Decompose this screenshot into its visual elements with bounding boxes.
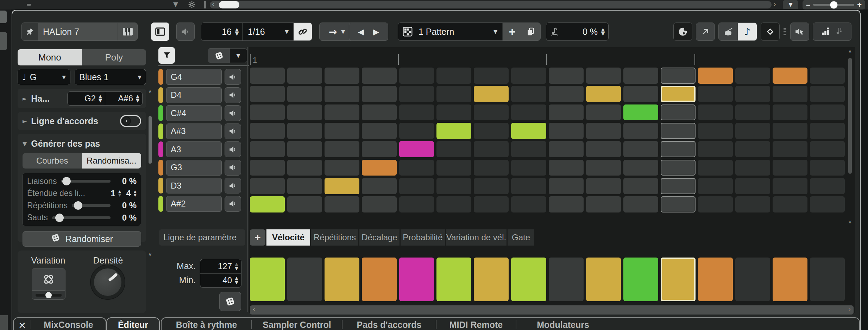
scale-dropdown[interactable]: Blues 1 ▼ xyxy=(75,69,146,85)
step-cell[interactable] xyxy=(623,141,658,157)
step-cell[interactable] xyxy=(623,160,658,176)
density-knob[interactable] xyxy=(91,265,125,299)
step-cell[interactable] xyxy=(474,160,509,176)
lane-tab-5[interactable]: Variation de vél. xyxy=(446,229,507,246)
step-cell[interactable] xyxy=(698,196,733,212)
note-name-field[interactable]: D4 xyxy=(166,87,222,103)
step-cell[interactable] xyxy=(586,68,621,84)
step-cell[interactable] xyxy=(250,123,285,139)
sidebar-scrollbar[interactable]: ʌ v xyxy=(147,89,153,257)
step-cell[interactable] xyxy=(735,196,770,212)
zoom-slider-thumb[interactable] xyxy=(830,1,837,8)
param-slider-thumb[interactable] xyxy=(62,177,71,185)
velocity-bar[interactable] xyxy=(773,258,807,301)
scroll-down-icon[interactable]: v xyxy=(147,251,153,257)
step-cell[interactable] xyxy=(661,123,696,139)
spinner-arrows-icon[interactable]: ▲▼ xyxy=(99,94,102,103)
step-cell[interactable] xyxy=(399,104,434,121)
tab-curves[interactable]: Courbes xyxy=(23,153,82,169)
note-name-field[interactable]: A#3 xyxy=(166,123,222,139)
pattern-prev-next-buttons[interactable]: ◀ ▶ xyxy=(349,23,388,41)
step-cell[interactable] xyxy=(735,123,770,139)
step-cell[interactable] xyxy=(549,104,584,121)
zoom-in-icon[interactable]: + xyxy=(857,1,862,9)
step-cell[interactable] xyxy=(325,68,359,84)
velocity-bar[interactable] xyxy=(549,258,584,301)
key-dropdown[interactable]: ♩ G ▼ xyxy=(18,69,70,85)
velocity-bar[interactable] xyxy=(586,258,621,301)
step-cell[interactable] xyxy=(661,68,696,84)
step-cell[interactable] xyxy=(735,68,770,84)
step-cell[interactable] xyxy=(399,68,434,84)
step-cell[interactable] xyxy=(735,178,770,194)
step-cell[interactable] xyxy=(362,68,397,84)
step-cell[interactable] xyxy=(436,86,471,102)
preview-note-button[interactable] xyxy=(225,105,241,121)
step-cell[interactable] xyxy=(623,86,658,102)
note-name-field[interactable]: D3 xyxy=(166,178,222,193)
step-cell[interactable] xyxy=(586,86,621,102)
step-cell[interactable] xyxy=(661,160,696,176)
step-cell[interactable] xyxy=(474,104,509,121)
step-cell[interactable] xyxy=(436,68,471,84)
step-cell[interactable] xyxy=(773,196,807,212)
scrollbar-thumb[interactable] xyxy=(848,58,852,174)
step-cell[interactable] xyxy=(250,160,285,176)
lane-tab-1[interactable]: Vélocité xyxy=(266,229,310,246)
add-lane-button[interactable]: + xyxy=(250,229,265,246)
step-cell[interactable] xyxy=(436,196,471,212)
zoom-out-icon[interactable]: – xyxy=(806,1,810,9)
step-cell[interactable] xyxy=(586,196,621,212)
link-button[interactable] xyxy=(294,23,312,40)
velocity-bar[interactable] xyxy=(474,258,509,301)
step-cell[interactable] xyxy=(549,141,584,157)
step-cell[interactable] xyxy=(735,86,770,102)
max-value-spinner[interactable]: 127 ▲▼ xyxy=(200,259,241,273)
velocity-bar[interactable] xyxy=(661,258,696,301)
color-palette-button[interactable] xyxy=(673,23,692,41)
range-high-spinner[interactable]: A#6 ▲▼ xyxy=(105,92,142,105)
step-cell[interactable] xyxy=(623,196,658,212)
step-cell[interactable] xyxy=(511,160,546,176)
step-cell[interactable] xyxy=(511,68,546,84)
step-cell[interactable] xyxy=(623,178,658,194)
range-high-value[interactable]: 4 xyxy=(126,189,131,198)
step-cell[interactable] xyxy=(623,104,658,121)
scroll-right-icon[interactable]: › xyxy=(774,1,776,8)
velocity-bar[interactable] xyxy=(623,258,658,301)
lane-tab-6[interactable]: Gate xyxy=(508,229,534,246)
expanded-arrow-icon[interactable]: ▼ xyxy=(23,140,27,147)
step-cell[interactable] xyxy=(773,123,807,139)
filter-button[interactable] xyxy=(158,47,175,64)
step-cell[interactable] xyxy=(362,123,397,139)
step-cell[interactable] xyxy=(511,123,546,139)
preview-note-button[interactable] xyxy=(225,178,241,193)
velocity-bar[interactable] xyxy=(511,258,546,301)
scroll-down-icon[interactable]: v xyxy=(847,219,854,224)
step-cell[interactable] xyxy=(250,104,285,121)
step-cell[interactable] xyxy=(399,160,434,176)
step-cell[interactable] xyxy=(661,178,696,194)
velocity-bar[interactable] xyxy=(287,258,322,301)
step-cell[interactable] xyxy=(698,160,733,176)
step-cell[interactable] xyxy=(399,141,434,157)
step-cell[interactable] xyxy=(362,160,397,176)
param-slider-track[interactable] xyxy=(72,204,111,207)
step-cell[interactable] xyxy=(362,178,397,194)
chord-line-toggle[interactable] xyxy=(120,115,141,127)
step-cell[interactable] xyxy=(399,123,434,139)
step-cell[interactable] xyxy=(810,68,845,84)
step-cell[interactable] xyxy=(362,86,397,102)
step-cell[interactable] xyxy=(325,141,359,157)
velocity-bar[interactable] xyxy=(250,258,285,301)
step-cell[interactable] xyxy=(436,178,471,194)
lane-tab-4[interactable]: Probabilité xyxy=(401,229,445,246)
step-cell[interactable] xyxy=(735,160,770,176)
step-cell[interactable] xyxy=(325,86,359,102)
duplicate-pattern-button[interactable] xyxy=(521,23,540,40)
dice-icon[interactable] xyxy=(208,49,230,63)
step-cell[interactable] xyxy=(586,141,621,157)
step-cell[interactable] xyxy=(661,104,696,121)
step-cell[interactable] xyxy=(810,160,845,176)
step-cell[interactable] xyxy=(436,141,471,157)
